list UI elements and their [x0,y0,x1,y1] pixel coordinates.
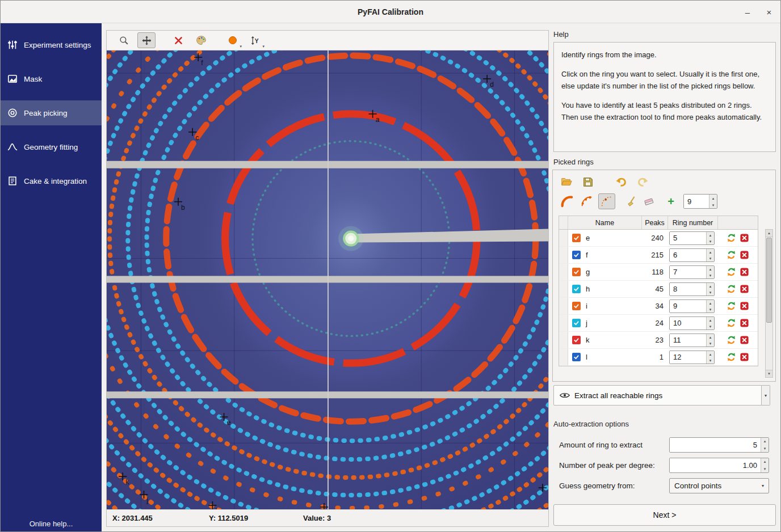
peaks-per-degree-stepper[interactable]: ▴▾ [761,458,769,472]
delete-ring-icon[interactable] [740,267,749,277]
table-scrollbar[interactable]: ▲ ▼ [765,229,773,378]
marker-color-icon[interactable]: ▾ [224,32,242,48]
ring-number-input[interactable]: 9 [670,300,706,313]
eraser-icon[interactable] [642,195,656,208]
peaks-per-degree-input[interactable]: 1.00 [670,458,761,472]
ring-number-stepper[interactable]: ▴▾ [706,249,714,261]
ring-number-stepper[interactable]: ▴▾ [706,334,714,347]
sidebar-item-peak-picking[interactable]: Peak picking [1,100,102,125]
ring-row[interactable]: e2405▴▾ [559,230,758,247]
amount-of-rings-stepper[interactable]: ▴▾ [761,438,769,452]
geometry-fitting-icon [7,141,18,153]
ring-number-input[interactable]: 10 [670,317,706,330]
scroll-thumb[interactable] [766,238,772,323]
ring-number-stepper[interactable]: ▴▾ [706,232,714,244]
ring-number-stepper[interactable]: ▴▾ [706,317,714,330]
extract-rings-button[interactable]: Extract all reachable rings [553,385,762,406]
undo-icon[interactable] [614,175,628,189]
brush-icon[interactable] [625,195,639,208]
next-button[interactable]: Next > [553,504,776,526]
ring-number-input[interactable]: 6 [670,249,706,261]
cursor-x-readout: X: 2031.445 [112,514,209,522]
zoom-icon[interactable] [115,32,133,48]
ring-row[interactable]: h458▴▾ [559,281,758,298]
ring-selector-stepper[interactable]: ▴▾ [709,195,717,208]
extract-options-dropdown[interactable]: ▾ [762,385,770,406]
svg-text:e: e [227,419,231,427]
minimize-button[interactable]: – [737,1,758,23]
delete-ring-icon[interactable] [740,318,749,328]
delete-ring-icon[interactable] [740,250,749,260]
ring-peaks-count: 34 [642,298,668,314]
scroll-up-icon[interactable]: ▲ [766,230,772,237]
delete-ring-icon[interactable] [740,233,749,243]
refresh-ring-icon[interactable] [727,233,736,243]
ring-visible-checkbox[interactable] [572,285,581,293]
spin-down-icon: ▾ [761,445,769,452]
redo-icon[interactable] [636,175,649,189]
refresh-ring-icon[interactable] [727,301,736,311]
ring-visible-checkbox[interactable] [572,234,581,242]
save-icon[interactable] [581,175,595,189]
remove-marker-icon[interactable] [169,32,187,48]
sidebar-item-cake-integration[interactable]: Cake & integration [1,168,102,193]
ring-number-input[interactable]: 5 [670,232,706,244]
sidebar-item-geometry-fitting[interactable]: Geometry fitting [1,134,102,159]
axis-y-icon[interactable]: Y ▾ [246,32,264,48]
ring-number-input[interactable]: 7 [670,266,706,278]
refresh-ring-icon[interactable] [727,250,736,260]
ring-number-input[interactable]: 8 [670,283,706,295]
close-button[interactable]: × [759,1,779,23]
ring-number-input[interactable]: 11 [670,334,706,347]
ring-row[interactable]: j2410▴▾ [559,315,758,332]
delete-ring-icon[interactable] [740,301,749,311]
amount-of-rings-input[interactable]: 5 [670,438,761,452]
ring-number-stepper[interactable]: ▴▾ [706,300,714,313]
ring-number-stepper[interactable]: ▴▾ [706,351,714,364]
ring-number-input[interactable]: 12 [670,351,706,364]
add-ring-icon[interactable]: + [665,196,677,207]
ring-row[interactable]: i349▴▾ [559,298,758,315]
arc-thin-icon[interactable] [598,193,615,209]
extract-rings-label: Extract all reachable rings [574,391,662,400]
online-help-link[interactable]: Online help... [1,520,102,528]
palette-icon[interactable] [192,32,210,48]
refresh-ring-icon[interactable] [727,335,736,345]
help-paragraph: Identify rings from the image. [561,49,768,61]
diffraction-canvas[interactable]: abcdefhjk [107,50,548,509]
refresh-ring-icon[interactable] [727,267,736,277]
arc-thick-icon[interactable] [559,193,576,209]
ring-visible-checkbox[interactable] [572,302,581,310]
open-icon[interactable] [560,175,573,189]
arc-points-icon[interactable] [578,193,595,209]
ring-visible-checkbox[interactable] [572,319,581,327]
ring-name: i [586,302,587,310]
delete-ring-icon[interactable] [740,352,749,362]
diffraction-image[interactable]: abcdefhjk [107,50,548,509]
sidebar-item-mask[interactable]: Mask [1,66,102,91]
cursor-y-readout: Y: 112.5019 [209,514,303,522]
ring-visible-checkbox[interactable] [572,268,581,276]
refresh-ring-icon[interactable] [727,318,736,328]
ring-row[interactable]: l112▴▾ [559,349,758,366]
ring-visible-checkbox[interactable] [572,353,581,361]
guess-geometry-select[interactable]: Control points ▾ [669,478,769,493]
ring-row[interactable]: g1187▴▾ [559,264,758,281]
pan-icon[interactable] [137,32,156,48]
help-title: Help [553,30,569,39]
scroll-down-icon[interactable]: ▼ [766,370,772,377]
delete-ring-icon[interactable] [740,335,749,345]
ring-visible-checkbox[interactable] [572,251,581,259]
ring-row[interactable]: k2311▴▾ [559,332,758,349]
ring-row[interactable]: f2156▴▾ [559,247,758,264]
ring-number-stepper[interactable]: ▴▾ [706,283,714,295]
refresh-ring-icon[interactable] [727,352,736,362]
ring-visible-checkbox[interactable] [572,336,581,344]
ring-number-stepper[interactable]: ▴▾ [706,266,714,278]
ring-name: k [586,336,590,344]
ring-selector-input[interactable]: 9 [684,195,709,208]
refresh-ring-icon[interactable] [727,284,736,294]
sidebar-item-experiment-settings[interactable]: Experiment settings [1,32,102,57]
extract-row: Extract all reachable rings ▾ [553,385,770,406]
delete-ring-icon[interactable] [740,284,749,294]
